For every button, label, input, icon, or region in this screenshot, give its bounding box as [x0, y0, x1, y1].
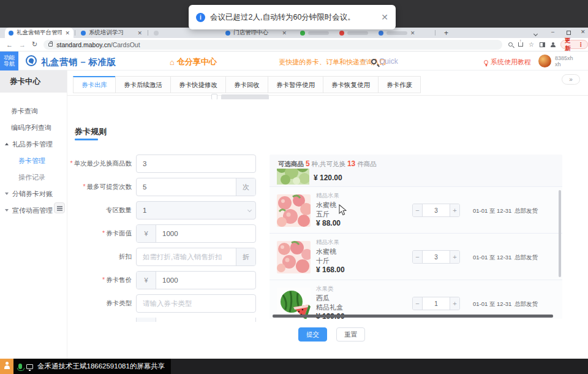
- more-tabs-button[interactable]: »: [562, 74, 580, 85]
- sidebar-item-code-sequence-query[interactable]: 编码序列查询: [0, 120, 67, 136]
- tab-card-followup-activate[interactable]: 券卡后续激活: [115, 76, 171, 93]
- forward-icon[interactable]: →: [19, 41, 26, 48]
- tab-close-icon[interactable]: ✕: [137, 30, 142, 36]
- product-name: 西瓜: [316, 294, 330, 303]
- stepper-minus-button[interactable]: −: [413, 204, 423, 216]
- quantity-stepper: − +: [412, 297, 460, 310]
- zone-count-select[interactable]: [136, 201, 256, 219]
- reset-button[interactable]: 重置: [336, 327, 365, 342]
- checkbox[interactable]: [211, 94, 217, 99]
- product-image-peach: [277, 194, 311, 227]
- vertical-scrollbar[interactable]: [559, 190, 561, 277]
- stepper-minus-button[interactable]: −: [413, 251, 423, 263]
- quantity-input[interactable]: [423, 297, 450, 310]
- card-face-value-input[interactable]: [156, 225, 255, 242]
- window-minimize-button[interactable]: –: [551, 29, 554, 35]
- zoom-icon[interactable]: [508, 42, 513, 47]
- form-row: *券卡面值 ¥: [67, 224, 270, 243]
- tab-label-unreadable: [308, 31, 329, 35]
- tab-favicon: [300, 31, 305, 36]
- product-row: 精品水果 水蜜桃 五斤 ¥ 88.00 − + 01-01 至 12-31 总部…: [270, 186, 562, 233]
- browser-address-bar: ← → ↻ standard.maboy.cn/CardsOut ☆ 更新 ⋮: [0, 38, 588, 52]
- sidebar-item-card-query[interactable]: 券卡查询: [0, 103, 67, 120]
- share-icon[interactable]: [518, 42, 523, 47]
- form-actions: 提交 重置: [298, 327, 365, 342]
- tab-close-icon[interactable]: ✕: [65, 30, 70, 36]
- tab-card-quick-edit[interactable]: 券卡快捷修改: [170, 76, 226, 93]
- tab-favicon: [81, 31, 86, 36]
- browser-tab-gift-admin[interactable]: 礼盒营销平台管理中心 ✕: [5, 28, 74, 38]
- field-label: *券卡面值: [67, 229, 136, 238]
- tab-card-void[interactable]: 券卡作废: [378, 76, 421, 93]
- tab-card-suspend[interactable]: 券卡暂停使用: [268, 76, 323, 93]
- quantity-stepper: − +: [412, 250, 460, 264]
- tutorial-label: 系统使用教程: [491, 58, 531, 67]
- product-row: 精品水果 水蜜桃 十斤 ¥ 168.00 − + 01-01 至 12-31 总…: [270, 233, 562, 280]
- screen-share-indicator: 金禾通技术王斌18662591081的屏幕共享: [13, 359, 171, 374]
- mouse-cursor: [339, 204, 347, 216]
- stepper-minus-button[interactable]: −: [413, 297, 423, 310]
- clipped-input: [156, 318, 255, 322]
- product-name: 水蜜桃: [316, 247, 336, 256]
- discount-input[interactable]: [137, 248, 236, 265]
- product-category: 精品水果: [316, 239, 339, 246]
- menu-dots-icon: ⋮: [578, 41, 584, 48]
- max-pickup-times-input[interactable]: [137, 178, 236, 196]
- tab-search-chevron-icon[interactable]: [534, 31, 537, 37]
- section-title-underline: [75, 139, 98, 140]
- sidebar-item-operation-log[interactable]: 操作记录: [0, 169, 67, 186]
- sidebar-item-label: 宣传动画管理: [12, 207, 53, 214]
- quantity-input[interactable]: [423, 204, 450, 216]
- quick-search-link[interactable]: Quick: [371, 57, 398, 66]
- sidebar-item-distribution-reconciliation[interactable]: 分销券卡对账: [0, 186, 67, 202]
- screen-icon: [26, 364, 33, 369]
- sidebar-collapse-button[interactable]: [54, 202, 65, 213]
- reload-icon[interactable]: ↻: [32, 40, 37, 48]
- url-field[interactable]: standard.maboy.cn/CardsOut: [43, 40, 502, 50]
- stepper-plus-button[interactable]: +: [450, 204, 459, 216]
- card-type-input[interactable]: [137, 295, 255, 312]
- tab-card-outbound[interactable]: 券卡出库: [73, 76, 116, 93]
- browser-tab-training[interactable]: 系统培训学习 ✕: [77, 28, 146, 38]
- quantity-stepper: − +: [412, 204, 460, 217]
- tab-close-icon[interactable]: ✕: [410, 30, 415, 36]
- quantity-input[interactable]: [423, 251, 450, 263]
- stepper-plus-button[interactable]: +: [450, 297, 459, 310]
- window-close-button[interactable]: ✕: [581, 29, 586, 35]
- function-nav-toggle[interactable]: 功能 导航: [0, 52, 18, 71]
- submit-button[interactable]: 提交: [298, 327, 327, 342]
- sidebar-item-label: 礼品券卡管理: [12, 140, 53, 148]
- product-price: ¥ 120.00: [314, 174, 342, 182]
- user-id: 8385xh: [555, 55, 573, 61]
- horizontal-scrollbar[interactable]: [273, 315, 553, 318]
- tab-card-recycle[interactable]: 券卡回收: [225, 76, 268, 93]
- share-center-link[interactable]: ⌂ 仓分享中心: [170, 56, 217, 67]
- card-price-input[interactable]: [156, 272, 255, 289]
- side-panel-icon[interactable]: [540, 42, 545, 47]
- zone-count-value[interactable]: [137, 207, 243, 214]
- tab-close-icon[interactable]: ✕: [282, 30, 287, 36]
- back-icon[interactable]: ←: [6, 41, 13, 48]
- tab-label-unreadable: [347, 31, 368, 35]
- profile-icon[interactable]: [551, 42, 556, 47]
- sidebar-item-card-management[interactable]: 券卡管理: [0, 153, 67, 169]
- tab-favicon: [154, 31, 159, 36]
- toast-close-icon[interactable]: ✕: [381, 12, 388, 22]
- discount-suffix: 折: [236, 248, 255, 265]
- url-text: standard.maboy.cn/CardsOut: [56, 41, 140, 48]
- stepper-plus-button[interactable]: +: [450, 251, 459, 263]
- form-row: *券卡售价 ¥: [67, 271, 270, 289]
- browser-update-button[interactable]: 更新 ⋮: [560, 40, 588, 49]
- participant-badge[interactable]: [0, 359, 13, 374]
- nav-toggle-label: 导航: [0, 61, 18, 67]
- new-tab-button[interactable]: +: [444, 29, 448, 37]
- user-avatar[interactable]: [538, 55, 551, 67]
- sidebar-item-gift-card-management[interactable]: 礼品券卡管理: [0, 136, 67, 153]
- bookmark-star-icon[interactable]: ☆: [529, 42, 534, 48]
- product-row: 水果类 西瓜 精品礼盒 ¥ 199.00 − + 01-01 至 12-31 总…: [270, 280, 562, 319]
- card-action-tabs: 券卡出库 券卡后续激活 券卡快捷修改 券卡回收 券卡暂停使用 券卡恢复使用 券卡…: [74, 76, 421, 93]
- min-exchange-count-input[interactable]: [137, 155, 255, 172]
- window-maximize-button[interactable]: [567, 30, 571, 36]
- system-tutorial-link[interactable]: 系统使用教程: [484, 58, 531, 67]
- tab-card-resume[interactable]: 券卡恢复使用: [323, 76, 379, 93]
